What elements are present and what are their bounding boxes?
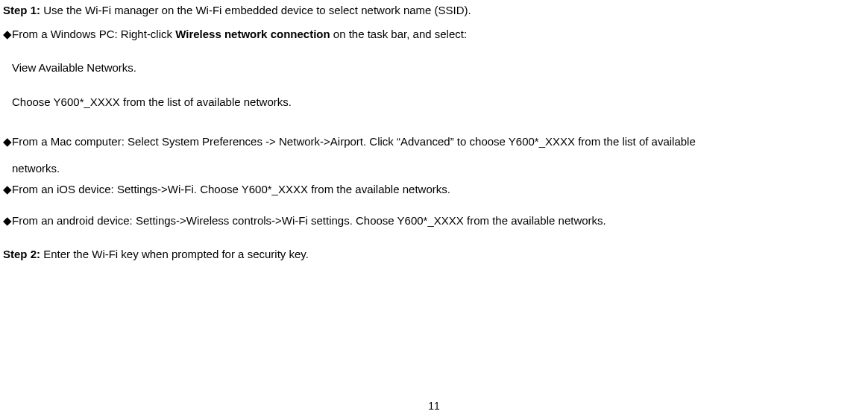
windows-intro-pre: From a Windows PC: Right-click (12, 28, 175, 40)
step1-line: Step 1: Use the Wi-Fi manager on the Wi-… (3, 3, 865, 18)
windows-intro-post: on the task bar, and select: (330, 28, 467, 40)
mac-line2: networks. (12, 162, 60, 175)
windows-sub1: View Available Networks. (12, 60, 865, 75)
page-number: 11 (0, 399, 868, 413)
mac-bullet-block: ◆From a Mac computer: Select System Pref… (3, 128, 865, 182)
diamond-bullet-icon: ◆ (3, 214, 12, 227)
step2-line: Step 2: Enter the Wi-Fi key when prompte… (3, 247, 865, 262)
step1-label: Step 1: (3, 4, 40, 16)
step2-text: Enter the Wi-Fi key when prompted for a … (40, 248, 309, 260)
ios-text: From an iOS device: Settings->Wi-Fi. Cho… (12, 183, 450, 195)
step2-label: Step 2: (3, 248, 40, 260)
step1-text: Use the Wi-Fi manager on the Wi-Fi embed… (40, 4, 471, 16)
ios-bullet-line: ◆From an iOS device: Settings->Wi-Fi. Ch… (3, 182, 865, 197)
windows-sub2: Choose Y600*_XXXX from the list of avail… (12, 95, 865, 110)
diamond-bullet-icon: ◆ (3, 183, 12, 195)
windows-intro-bold: Wireless network connection (175, 28, 330, 40)
android-bullet-line: ◆From an android device: Settings->Wirel… (3, 213, 865, 228)
mac-line1: From a Mac computer: Select System Prefe… (12, 135, 696, 148)
android-text: From an android device: Settings->Wirele… (12, 214, 606, 227)
windows-bullet-line: ◆From a Windows PC: Right-click Wireless… (3, 27, 865, 42)
diamond-bullet-icon: ◆ (3, 135, 12, 148)
diamond-bullet-icon: ◆ (3, 28, 12, 40)
